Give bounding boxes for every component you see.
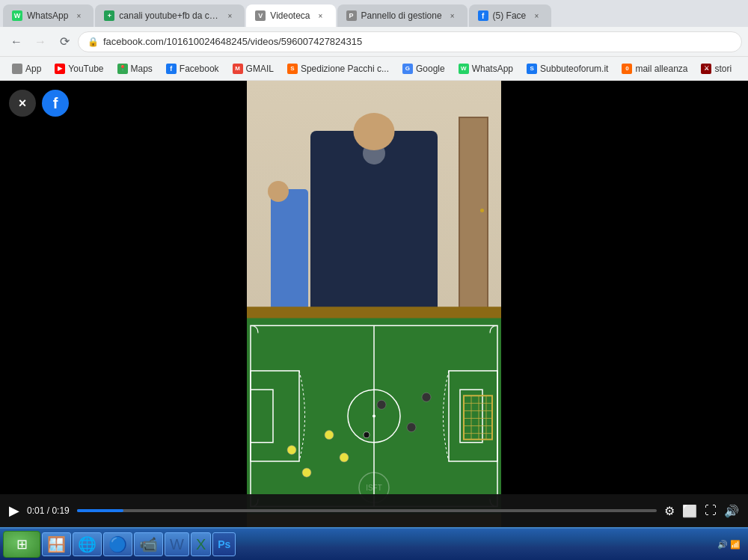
bookmark-youtube-label: YouTube: [68, 64, 103, 74]
bookmark-facebook[interactable]: f Facebook: [160, 61, 225, 77]
volume-icon[interactable]: 🔊: [724, 504, 739, 518]
svg-point-10: [287, 446, 296, 455]
taskbar-item-windows[interactable]: 🪟: [42, 532, 71, 556]
theatre-mode-icon[interactable]: ⬜: [682, 504, 697, 518]
back-button[interactable]: ←: [6, 31, 27, 52]
bookmark-whatsapp-label: WhatsApp: [472, 64, 513, 74]
chrome-icon: 🔵: [108, 535, 127, 553]
bg-person-head: [268, 181, 289, 202]
photoshop-icon: Ps: [218, 538, 230, 550]
forward-button[interactable]: →: [30, 31, 51, 52]
bookmark-subbuteo[interactable]: S Subbuteoforum.it: [521, 61, 614, 77]
bookmark-storia[interactable]: ⚔ stori: [695, 61, 738, 77]
google-favicon: G: [402, 64, 413, 74]
fullscreen-icon[interactable]: ⛶: [705, 504, 717, 517]
person-head: [354, 113, 395, 150]
svg-point-17: [364, 432, 370, 438]
video-progress-fill: [77, 509, 123, 512]
taskbar-item-photoshop[interactable]: Ps: [212, 532, 236, 556]
maps-favicon: 📍: [117, 64, 128, 74]
svg-point-14: [377, 401, 386, 410]
subbuteo-table: ISFT: [247, 284, 501, 527]
pannello-favicon: P: [346, 10, 357, 21]
windows-logo: ⊞: [16, 536, 28, 553]
address-bar[interactable]: 🔒 facebook.com/101610024648245/videos/59…: [78, 31, 742, 52]
page-content: × f: [0, 81, 748, 527]
bookmark-google[interactable]: G Google: [396, 61, 451, 77]
taskbar-item-chrome[interactable]: 🔵: [103, 532, 132, 556]
settings-icon[interactable]: ⚙: [664, 504, 675, 518]
app-favicon: [12, 64, 22, 74]
play-button[interactable]: ▶: [9, 502, 19, 519]
bookmark-spedizione-label: Spedizione Pacchi c...: [301, 64, 389, 74]
svg-point-11: [302, 468, 311, 477]
toolbar: ← → ⟳ 🔒 facebook.com/101610024648245/vid…: [0, 27, 748, 57]
bookmark-gmail[interactable]: M GMAIL: [227, 61, 280, 77]
gmail-favicon: M: [233, 64, 243, 74]
svg-text:ISFT: ISFT: [366, 484, 382, 492]
svg-point-15: [407, 423, 416, 432]
svg-point-16: [422, 393, 431, 401]
youtube-favicon: ▶: [55, 64, 65, 74]
bookmark-maps-label: Maps: [131, 64, 153, 74]
close-video-button[interactable]: ×: [9, 90, 36, 117]
tab-videoteca-close[interactable]: ×: [315, 10, 327, 22]
taskbar-item-ie[interactable]: 🌐: [73, 532, 102, 556]
word-icon: W: [170, 536, 184, 553]
overlay-icons: × f: [9, 90, 69, 117]
taskbar-item-excel[interactable]: X: [191, 532, 211, 556]
fb-icon: f: [53, 95, 58, 112]
ie-icon: 🌐: [78, 535, 96, 553]
tab-videoteca-label: Videoteca: [270, 10, 310, 21]
facebook-button[interactable]: f: [42, 90, 69, 117]
excel-icon: X: [196, 536, 206, 553]
mail-favicon: 0: [622, 64, 632, 74]
tab-whatsapp[interactable]: W WhatsApp ×: [3, 4, 94, 27]
bookmark-google-label: Google: [416, 64, 445, 74]
whatsapp-favicon: W: [12, 10, 22, 21]
tab-facebook-close[interactable]: ×: [530, 10, 542, 22]
taskbar-item-word[interactable]: W: [165, 532, 189, 556]
videoteca-favicon: V: [255, 10, 266, 21]
tab-bar: W WhatsApp × + canali youtube+fb da cari…: [0, 0, 748, 27]
bookmark-app[interactable]: App: [6, 61, 47, 77]
bookmark-gmail-label: GMAIL: [246, 64, 274, 74]
spedizione-favicon: S: [287, 64, 298, 74]
system-tray: 🔊 📶: [713, 540, 745, 550]
bookmark-youtube[interactable]: ▶ YouTube: [49, 61, 109, 77]
subbuteo-favicon: S: [527, 64, 537, 74]
tab-facebook-label: (5) Face: [493, 10, 527, 21]
tab-canali-close[interactable]: ×: [224, 10, 236, 22]
bookmark-spedizione[interactable]: S Spedizione Pacchi c...: [281, 61, 395, 77]
taskbar: ⊞ 🪟 🌐 🔵 📹 W X Ps 🔊 📶: [0, 527, 748, 560]
tab-whatsapp-label: WhatsApp: [27, 10, 68, 21]
tab-facebook[interactable]: f (5) Face ×: [469, 4, 552, 27]
bookmark-facebook-label: Facebook: [180, 64, 219, 74]
browser-window: W WhatsApp × + canali youtube+fb da cari…: [0, 0, 748, 560]
tab-pannello-close[interactable]: ×: [447, 10, 459, 22]
tab-whatsapp-close[interactable]: ×: [73, 10, 85, 22]
reload-button[interactable]: ⟳: [54, 31, 75, 52]
tab-canali-label: canali youtube+fb da caricare.xl: [119, 10, 219, 21]
video-container[interactable]: × f: [0, 81, 748, 527]
svg-point-13: [340, 453, 349, 462]
bookmark-storia-label: stori: [714, 64, 732, 74]
facebook-favicon: f: [478, 10, 488, 21]
bookmark-subbuteo-label: Subbuteoforum.it: [540, 64, 608, 74]
bookmark-maps[interactable]: 📍 Maps: [111, 61, 159, 77]
bookmark-whatsapp[interactable]: W WhatsApp: [453, 61, 519, 77]
tab-videoteca[interactable]: V Videoteca ×: [246, 4, 335, 27]
storia-favicon: ⚔: [701, 64, 711, 74]
address-text: facebook.com/101610024648245/videos/5960…: [103, 36, 362, 47]
video-progress-bar[interactable]: [77, 509, 657, 512]
lock-icon: 🔒: [88, 37, 99, 47]
bookmarks-bar: App ▶ YouTube 📍 Maps f Facebook M GMAIL …: [0, 57, 748, 81]
systray-clock: 🔊 📶: [717, 540, 741, 550]
facebook-bk-favicon: f: [166, 64, 177, 74]
subbuteo-field-svg: ISFT: [247, 284, 501, 527]
start-button[interactable]: ⊞: [3, 531, 40, 558]
tab-pannello[interactable]: P Pannello di gestione ×: [337, 4, 468, 27]
taskbar-item-zoom[interactable]: 📹: [134, 532, 163, 556]
tab-canali[interactable]: + canali youtube+fb da caricare.xl ×: [95, 4, 245, 27]
bookmark-mail[interactable]: 0 mail alleanza: [616, 61, 693, 77]
